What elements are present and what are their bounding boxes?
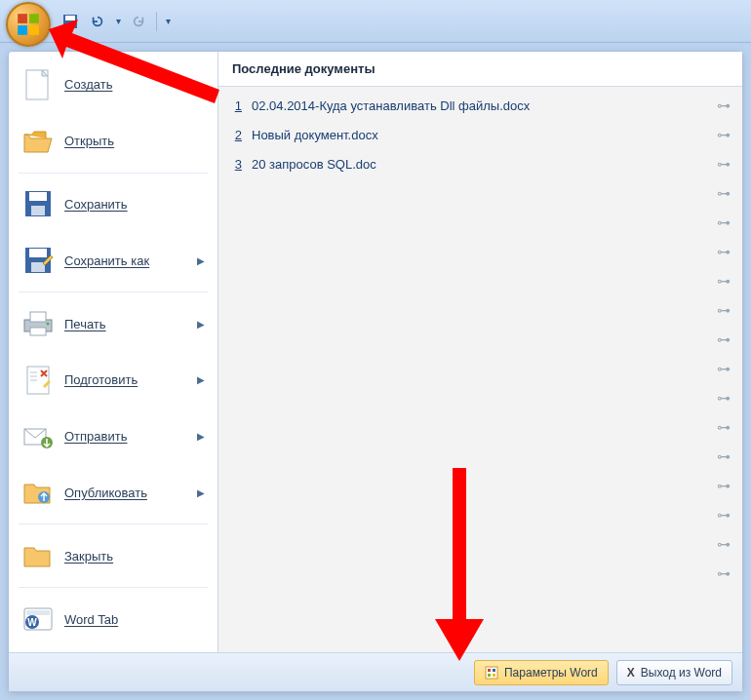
recent-number: 2 [230,128,242,142]
pin-slot: ⊶ [218,529,742,559]
pin-slot: ⊶ [218,208,742,237]
qat-undo-dropdown[interactable]: ▾ [113,10,123,33]
qat-undo-button[interactable] [86,10,109,33]
pin-slot: ⊶ [218,412,742,442]
menu-new[interactable]: Создать [13,58,214,112]
pin-icon[interactable]: ⊶ [717,156,731,172]
svg-rect-2 [18,25,27,35]
svg-rect-27 [488,669,491,672]
menu-prepare[interactable]: Подготовить ▶ [13,353,214,408]
pin-slot: ⊶ [218,325,742,354]
menu-open[interactable]: Открыть [13,114,214,169]
submenu-arrow-icon: ▶ [197,431,205,442]
pin-slot: ⊶ [218,471,742,500]
svg-rect-16 [30,328,46,335]
menu-new-label: Создать [64,77,205,92]
recent-document-item[interactable]: 3 20 запросов SQL.doc ⊶ [218,149,742,178]
svg-rect-15 [30,312,46,322]
menu-send-label: Отправить [64,429,187,444]
print-icon [21,307,55,340]
recent-title: 02.04.2014-Куда устанавливать Dll файлы.… [252,98,707,113]
pin-slot: ⊶ [218,237,742,266]
qat-redo-button[interactable] [127,10,150,33]
recent-document-item[interactable]: 2 Новый документ.docx ⊶ [218,120,742,149]
svg-rect-0 [18,14,27,23]
pin-icon[interactable]: ⊶ [717,97,731,113]
menu-close-label: Закрыть [64,549,205,564]
svg-rect-6 [66,23,74,28]
recent-documents-list: 1 02.04.2014-Куда устанавливать Dll файл… [218,87,742,652]
prepare-icon [21,364,55,397]
options-icon [485,666,498,680]
menu-save[interactable]: Сохранить [13,177,214,232]
recent-number: 3 [230,157,242,172]
pin-slot: ⊶ [218,442,742,471]
svg-point-17 [47,323,50,326]
save-as-icon [21,244,55,277]
svg-text:W: W [27,617,37,628]
menu-open-label: Открыть [64,134,205,148]
pin-icon[interactable]: ⊶ [717,127,731,142]
menu-print[interactable]: Печать ▶ [13,296,214,351]
submenu-arrow-icon: ▶ [197,319,205,330]
menu-separator [19,292,208,292]
menu-word-tab-label: Word Tab [64,612,205,627]
svg-rect-12 [29,249,47,257]
recent-title: Новый документ.docx [252,128,707,142]
pin-slot: ⊶ [218,354,742,383]
exit-word-label: Выход из Word [641,666,722,680]
menu-print-label: Печать [64,317,187,331]
new-document-icon [21,68,55,101]
recent-title: 20 запросов SQL.doc [252,157,707,172]
menu-word-tab[interactable]: W Word Tab [13,592,214,646]
menu-separator [19,173,208,174]
open-folder-icon [21,125,55,158]
word-options-label: Параметры Word [504,666,598,680]
menu-save-as-label: Сохранить как [64,253,187,268]
menu-footer: Параметры Word X Выход из Word [9,652,742,691]
menu-save-label: Сохранить [64,197,205,212]
submenu-arrow-icon: ▶ [197,487,205,498]
svg-rect-30 [493,674,495,677]
menu-save-as[interactable]: Сохранить как ▶ [13,233,214,288]
svg-rect-1 [29,14,39,23]
pin-slot: ⊶ [218,559,742,588]
menu-left-column: Создать Открыть Сохранить Сохранить [9,52,218,652]
menu-send[interactable]: Отправить ▶ [13,409,214,464]
svg-rect-23 [26,610,50,615]
save-icon [21,187,55,220]
svg-rect-26 [486,667,497,679]
pin-slot: ⊶ [218,178,742,208]
svg-rect-3 [29,25,39,35]
close-folder-icon [21,539,55,572]
word-options-button[interactable]: Параметры Word [474,660,609,685]
qat-separator [156,12,157,31]
svg-rect-28 [493,669,495,672]
submenu-arrow-icon: ▶ [197,255,205,266]
qat-save-button[interactable] [59,10,82,33]
recent-documents-panel: Последние документы 1 02.04.2014-Куда ус… [218,52,742,652]
menu-publish-label: Опубликовать [64,486,187,500]
menu-separator [19,587,208,588]
svg-rect-9 [29,192,47,201]
close-x-icon: X [627,666,635,680]
recent-number: 1 [230,98,242,113]
menu-prepare-label: Подготовить [64,372,187,387]
menu-separator [19,524,208,525]
submenu-arrow-icon: ▶ [197,374,205,385]
menu-publish[interactable]: Опубликовать ▶ [13,466,214,521]
word-tab-icon: W [21,603,55,636]
send-icon [21,420,55,453]
publish-icon [21,476,55,509]
office-button[interactable] [6,2,51,47]
qat-customize-dropdown[interactable]: ▾ [163,10,173,33]
office-menu: Создать Открыть Сохранить Сохранить [8,51,743,692]
svg-rect-10 [31,206,45,215]
exit-word-button[interactable]: X Выход из Word [616,660,732,685]
recent-document-item[interactable]: 1 02.04.2014-Куда устанавливать Dll файл… [218,91,742,120]
svg-rect-29 [488,674,491,677]
menu-close[interactable]: Закрыть [13,528,214,583]
pin-slot: ⊶ [218,500,742,529]
recent-documents-header: Последние документы [218,52,742,87]
svg-rect-5 [65,16,75,20]
